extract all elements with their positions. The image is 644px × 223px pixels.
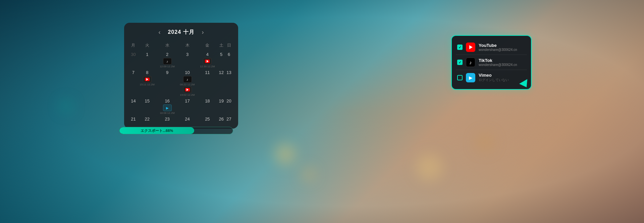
calendar-day[interactable]: 22 [137, 116, 157, 123]
day-number: 7 [130, 70, 137, 75]
day-number: 13 [226, 70, 232, 75]
calendar-day[interactable]: 13 [225, 69, 233, 97]
calendar-day[interactable]: 23 [157, 116, 177, 123]
calendar-day[interactable]: 2♪12:09 12.2M [157, 51, 177, 69]
calendar-day[interactable]: 1 [137, 51, 157, 69]
calendar-day[interactable]: 25 [197, 116, 217, 123]
calendar-day[interactable]: 21 [129, 116, 137, 123]
day-number: 20 [226, 98, 232, 103]
checkmark-icon: ✓ [459, 61, 461, 64]
bokeh-light-3 [416, 154, 443, 181]
video-time: 12:09 12.2M [160, 65, 174, 68]
calendar-day[interactable]: 19 [217, 97, 225, 116]
video-time: 19:02 12.2M [180, 94, 195, 96]
day-number: 21 [130, 117, 137, 122]
checkmark-icon: ✓ [459, 46, 461, 49]
social-item-vimeo[interactable]: ▶ Vimeo ログインしていない [456, 70, 527, 85]
bokeh-light-4 [476, 134, 493, 151]
youtube-checkbox[interactable]: ✓ [457, 45, 463, 50]
calendar-header: ‹ 2024 十月 › [129, 28, 233, 36]
calendar-day[interactable]: 9 [157, 69, 177, 97]
calendar-day[interactable]: 30 [129, 51, 137, 69]
day-number: 18 [198, 98, 217, 103]
weekday-tue: 火 [137, 41, 157, 51]
bokeh-light-5 [60, 100, 72, 112]
day-number: 16 [158, 98, 177, 103]
weekday-sun: 日 [225, 41, 233, 51]
calendar-day[interactable]: 27 [225, 116, 233, 123]
calendar-day[interactable]: 15 [137, 97, 157, 116]
calendar-day[interactable]: 3 [177, 51, 198, 69]
bokeh-light-1 [275, 144, 295, 164]
vimeo-checkbox[interactable] [457, 75, 463, 80]
tiktok-account: wondershare@300624.cn [479, 63, 526, 67]
calendar-grid: 月 火 水 木 金 土 日 3012♪12:09 12.2M3412:30 12… [129, 41, 233, 123]
day-number: 3 [178, 52, 197, 57]
day-number: 1 [138, 52, 157, 57]
tiktok-thumbnail[interactable]: ♪ [163, 58, 172, 65]
day-number: 30 [130, 52, 137, 57]
calendar-day[interactable]: 6 [225, 51, 233, 69]
weekday-wed: 水 [157, 41, 177, 51]
calendar-next-button[interactable]: › [200, 28, 206, 36]
youtube-thumbnail[interactable] [183, 86, 192, 93]
calendar-day[interactable]: 24 [177, 116, 198, 123]
calendar-day[interactable]: 11 [197, 69, 217, 97]
calendar-day[interactable]: 12 [217, 69, 225, 97]
vimeo-logo-icon: ▶ [469, 75, 473, 80]
youtube-account: wondershare@300624.cn [479, 48, 526, 52]
video-time: 18:08 12.2M [160, 112, 174, 115]
calendar-day[interactable]: 26 [217, 116, 225, 123]
progress-label: エクスポート...66% [141, 128, 173, 133]
day-number: 25 [198, 117, 217, 122]
video-time: 15:11 12.2M [140, 83, 155, 86]
day-number: 19 [218, 98, 224, 103]
day-number: 24 [178, 117, 197, 122]
vimeo-thumbnail[interactable]: ▶ [163, 104, 172, 111]
calendar-day[interactable]: 18 [197, 97, 217, 116]
calendar-day[interactable]: 412:30 12.2M [197, 51, 217, 69]
tiktok-checkbox[interactable]: ✓ [457, 60, 463, 65]
day-number: 8 [138, 70, 157, 75]
calendar-panel: ‹ 2024 十月 › 月 火 水 木 金 土 日 3012♪12:09 12.… [124, 23, 238, 129]
video-time: 12:30 12.2M [200, 65, 215, 68]
youtube-play-icon [469, 45, 473, 49]
progress-bar-background: エクスポート...66% [119, 127, 233, 134]
day-number: 11 [198, 70, 217, 75]
calendar-day[interactable]: 17 [177, 97, 198, 116]
bokeh-light-2 [302, 167, 315, 181]
weekday-thu: 木 [177, 41, 198, 51]
youtube-thumbnail[interactable] [203, 58, 212, 65]
progress-bar-fill: エクスポート...66% [119, 127, 194, 134]
progress-bar-container: エクスポート...66% [119, 127, 233, 134]
calendar-day[interactable]: 7 [129, 69, 137, 97]
weekday-mon: 月 [129, 41, 137, 51]
tiktok-thumbnail[interactable]: ♪ [183, 76, 192, 83]
calendar-day[interactable]: 815:11 12.2M [137, 69, 157, 97]
vimeo-platform-name: Vimeo [479, 73, 526, 78]
vimeo-logo: ▶ [466, 73, 475, 82]
weekday-fri: 金 [197, 41, 217, 51]
youtube-thumbnail[interactable] [143, 76, 152, 83]
calendar-day[interactable]: 10♪08:22 12.2M19:02 12.2M [177, 69, 198, 97]
calendar-day[interactable]: 14 [129, 97, 137, 116]
tiktok-logo-icon: ♪ [469, 60, 472, 65]
weekday-sat: 土 [217, 41, 225, 51]
day-number: 12 [218, 70, 224, 75]
day-number: 6 [226, 52, 232, 57]
day-number: 26 [218, 117, 224, 122]
calendar-day[interactable]: 20 [225, 97, 233, 116]
social-item-tiktok[interactable]: ✓ ♪ TikTok wondershare@300624.cn [456, 55, 527, 70]
day-number: 9 [158, 70, 177, 75]
youtube-platform-name: YouTube [479, 43, 526, 48]
day-number: 2 [158, 52, 177, 57]
calendar-day[interactable]: 16▶18:08 12.2M [157, 97, 177, 116]
day-number: 10 [178, 70, 197, 75]
tiktok-platform-name: TikTok [479, 58, 526, 63]
calendar-prev-button[interactable]: ‹ [156, 28, 162, 36]
calendar-day[interactable]: 5 [217, 51, 225, 69]
social-panel: ✓ YouTube wondershare@300624.cn ✓ ♪ TikT… [451, 35, 532, 90]
day-number: 23 [158, 117, 177, 122]
social-item-youtube[interactable]: ✓ YouTube wondershare@300624.cn [456, 40, 527, 55]
vimeo-account: ログインしていない [479, 78, 526, 82]
